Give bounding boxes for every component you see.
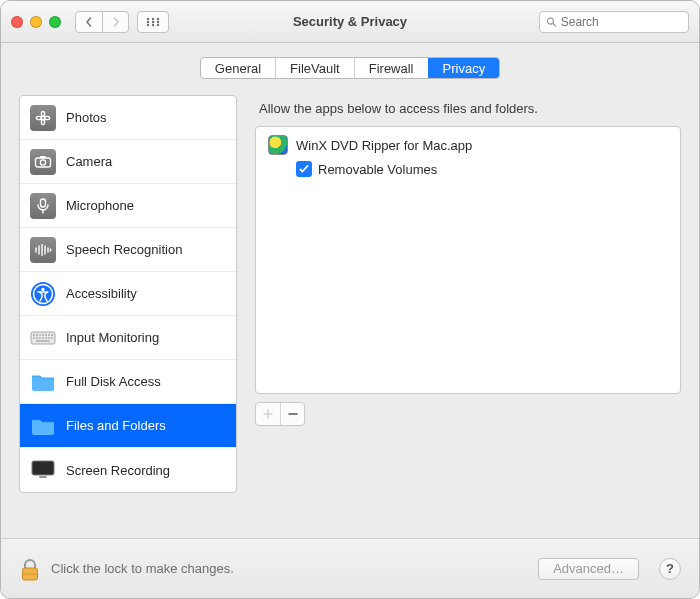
app-row: WinX DVD Ripper for Mac.app — [268, 135, 668, 155]
svg-line-10 — [553, 23, 556, 26]
search-icon — [546, 16, 557, 28]
svg-point-6 — [147, 23, 149, 25]
minus-icon — [288, 409, 298, 419]
sidebar-item-camera[interactable]: Camera — [20, 140, 236, 184]
tab-firewall[interactable]: Firewall — [354, 58, 428, 78]
close-window-button[interactable] — [11, 16, 23, 28]
svg-rect-46 — [32, 461, 54, 475]
permission-checkbox[interactable] — [296, 161, 312, 177]
detail-panel: Allow the apps below to access files and… — [255, 95, 681, 493]
panel-hint: Allow the apps below to access files and… — [259, 101, 681, 116]
svg-rect-40 — [39, 337, 41, 339]
svg-point-3 — [147, 20, 149, 22]
check-icon — [298, 163, 310, 175]
app-icon — [268, 135, 288, 155]
svg-rect-41 — [42, 337, 44, 339]
accessibility-icon — [30, 281, 56, 307]
svg-point-29 — [41, 287, 44, 290]
traffic-lights — [11, 16, 61, 28]
nav-buttons — [75, 11, 129, 33]
folder-icon — [30, 369, 56, 395]
tab-privacy[interactable]: Privacy — [428, 58, 500, 78]
lock-button[interactable] — [19, 556, 41, 582]
svg-rect-42 — [45, 337, 47, 339]
footer: Click the lock to make changes. Advanced… — [1, 538, 699, 598]
svg-rect-45 — [36, 340, 50, 342]
content-body: Photos Camera Microphone Speech Recognit… — [1, 89, 699, 493]
privacy-category-list: Photos Camera Microphone Speech Recognit… — [19, 95, 237, 493]
tab-filevault[interactable]: FileVault — [275, 58, 354, 78]
svg-rect-32 — [36, 334, 38, 336]
advanced-button[interactable]: Advanced… — [538, 558, 639, 580]
svg-rect-18 — [40, 156, 46, 159]
add-remove-controls — [255, 402, 681, 426]
sidebar-item-microphone[interactable]: Microphone — [20, 184, 236, 228]
svg-point-9 — [547, 18, 553, 24]
svg-rect-47 — [39, 476, 47, 478]
permission-row: Removable Volumes — [296, 161, 668, 177]
sidebar-item-accessibility[interactable]: Accessibility — [20, 272, 236, 316]
add-button — [256, 403, 280, 425]
zoom-window-button[interactable] — [49, 16, 61, 28]
app-list: WinX DVD Ripper for Mac.app Removable Vo… — [255, 126, 681, 394]
sidebar-item-label: Files and Folders — [66, 418, 166, 433]
sidebar-item-input-monitoring[interactable]: Input Monitoring — [20, 316, 236, 360]
tab-segmented-control: General FileVault Firewall Privacy — [200, 57, 500, 79]
svg-point-17 — [40, 159, 45, 164]
svg-rect-35 — [45, 334, 47, 336]
svg-point-7 — [152, 23, 154, 25]
svg-point-5 — [157, 20, 159, 22]
preferences-window: Security & Privacy General FileVault Fir… — [0, 0, 700, 599]
tab-general[interactable]: General — [201, 58, 275, 78]
svg-rect-34 — [42, 334, 44, 336]
svg-rect-38 — [33, 337, 35, 339]
sidebar-item-full-disk-access[interactable]: Full Disk Access — [20, 360, 236, 404]
svg-rect-43 — [48, 337, 50, 339]
tabs-bar: General FileVault Firewall Privacy — [1, 43, 699, 89]
sidebar-item-speech-recognition[interactable]: Speech Recognition — [20, 228, 236, 272]
svg-rect-39 — [36, 337, 38, 339]
sidebar-item-label: Photos — [66, 110, 106, 125]
lock-icon — [20, 558, 40, 582]
back-button[interactable] — [76, 12, 102, 32]
sidebar-item-photos[interactable]: Photos — [20, 96, 236, 140]
sidebar-item-label: Input Monitoring — [66, 330, 159, 345]
keyboard-icon — [30, 325, 56, 351]
titlebar: Security & Privacy — [1, 1, 699, 43]
svg-point-0 — [147, 17, 149, 19]
minimize-window-button[interactable] — [30, 16, 42, 28]
svg-rect-36 — [48, 334, 50, 336]
svg-point-1 — [152, 17, 154, 19]
sidebar-item-label: Speech Recognition — [66, 242, 182, 257]
folder-icon — [30, 413, 56, 439]
photos-icon — [30, 105, 56, 131]
svg-rect-19 — [41, 199, 46, 207]
svg-point-4 — [152, 20, 154, 22]
help-button[interactable]: ? — [659, 558, 681, 580]
svg-rect-49 — [23, 573, 38, 574]
svg-rect-31 — [33, 334, 35, 336]
show-all-button[interactable] — [137, 11, 169, 33]
svg-point-8 — [157, 23, 159, 25]
svg-point-2 — [157, 17, 159, 19]
lock-message: Click the lock to make changes. — [51, 561, 234, 576]
search-input[interactable] — [561, 15, 682, 29]
plus-icon — [263, 409, 273, 419]
sidebar-item-label: Screen Recording — [66, 463, 170, 478]
remove-button[interactable] — [280, 403, 304, 425]
search-field[interactable] — [539, 11, 689, 33]
svg-rect-44 — [51, 337, 53, 339]
camera-icon — [30, 149, 56, 175]
sidebar-item-label: Microphone — [66, 198, 134, 213]
microphone-icon — [30, 193, 56, 219]
sidebar-item-label: Full Disk Access — [66, 374, 161, 389]
sidebar-item-label: Accessibility — [66, 286, 137, 301]
sidebar-item-files-and-folders[interactable]: Files and Folders — [20, 404, 236, 448]
grid-icon — [146, 17, 160, 27]
forward-button[interactable] — [102, 12, 128, 32]
sidebar-item-screen-recording[interactable]: Screen Recording — [20, 448, 236, 492]
monitor-icon — [30, 457, 56, 483]
svg-point-27 — [31, 282, 55, 306]
permission-label: Removable Volumes — [318, 162, 437, 177]
app-name: WinX DVD Ripper for Mac.app — [296, 138, 472, 153]
